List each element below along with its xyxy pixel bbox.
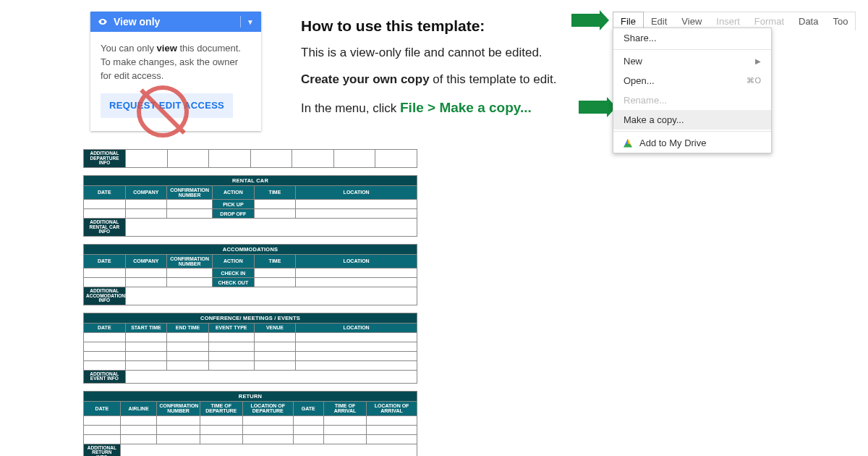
instructions-block: How to use this template: This is a view…	[301, 17, 612, 127]
menu-item-add-drive[interactable]: Add to My Drive	[613, 133, 771, 153]
view-only-badge: View only ▼	[90, 12, 261, 32]
accommodations-section: ACCOMMODATIONS DATE COMPANY CONFIRMATION…	[83, 244, 417, 305]
arrow-to-file-menu	[571, 14, 600, 27]
menu-item-make-copy[interactable]: Make a copy...	[613, 110, 771, 130]
rental-car-section: RENTAL CAR DATE COMPANY CONFIRMATION NUM…	[83, 175, 417, 237]
instructions-title: How to use this template:	[301, 17, 612, 35]
file-dropdown: Share... New▶ Open...⌘O Rename... Make a…	[613, 28, 772, 153]
departure-info-row: ADDITIONAL DEPARTURE INFO	[83, 149, 417, 168]
arrow-to-make-copy	[579, 101, 608, 114]
view-only-body: You can only view this document. To make…	[90, 32, 261, 131]
eye-icon	[98, 17, 108, 27]
drive-icon	[624, 139, 632, 148]
view-only-card: View only ▼ You can only view this docum…	[90, 12, 261, 131]
conference-section: CONFERENCE/ MEETINGS / EVENTS DATE START…	[83, 313, 417, 384]
menu-item-rename: Rename...	[613, 90, 771, 110]
chevron-right-icon: ▶	[755, 57, 761, 65]
return-section: RETURN DATE AIRLINE CONFIRMATION NUMBER …	[83, 391, 417, 456]
instructions-p3: In the menu, click File > Make a copy...	[301, 98, 612, 117]
menu-item-share[interactable]: Share...	[613, 28, 771, 48]
instructions-p1: This is a view-only file and cannot be e…	[301, 45, 612, 62]
svg-point-0	[102, 21, 103, 22]
instructions-p2: Create your own copy of this template to…	[301, 72, 612, 88]
menu-data[interactable]: Data	[791, 12, 825, 30]
menu-item-open[interactable]: Open...⌘O	[613, 71, 771, 90]
forbidden-icon	[137, 85, 189, 138]
menu-item-new[interactable]: New▶	[613, 51, 771, 71]
spreadsheet-preview: ADDITIONAL DEPARTURE INFO RENTAL CAR DAT…	[83, 149, 417, 456]
caret-down-icon[interactable]: ▼	[247, 18, 254, 26]
view-only-label: View only	[114, 16, 160, 28]
menu-tools[interactable]: Too	[825, 12, 855, 30]
